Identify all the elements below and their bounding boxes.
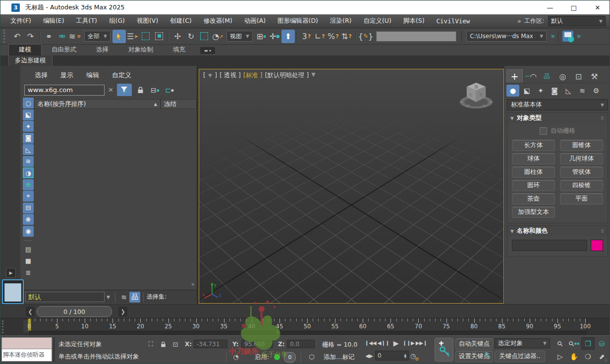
bind-to-spacewarp-icon[interactable]: ≋⚬ xyxy=(69,30,82,43)
menu-rendering[interactable]: 渲染(R) xyxy=(324,17,357,25)
z-coordinate-field[interactable]: 0.0 xyxy=(287,340,315,348)
systems-category-icon[interactable]: ⚙ xyxy=(590,85,603,97)
object-color-swatch[interactable] xyxy=(591,240,603,251)
shapes-category-icon[interactable]: ⬕ xyxy=(520,85,533,97)
viewport-general-menu[interactable]: [ + ] xyxy=(203,71,217,80)
menu-edit[interactable]: 编辑(E) xyxy=(37,17,70,25)
menu-tools[interactable]: 工具(T) xyxy=(70,17,103,25)
menu-file[interactable]: 文件(F) xyxy=(4,17,37,25)
isolate-selection-icon[interactable]: ⛶ xyxy=(146,340,156,349)
object-name-input[interactable] xyxy=(512,240,587,251)
geosphere-button[interactable]: 几何球体 xyxy=(560,153,603,164)
trackbar-grip[interactable] xyxy=(2,320,6,333)
minimize-button[interactable]: — xyxy=(538,0,562,14)
set-keys-button[interactable] xyxy=(435,338,453,362)
select-and-scale-icon[interactable] xyxy=(198,30,211,43)
display-bones-icon[interactable]: ⌖ xyxy=(23,191,34,202)
display-spacewarps-icon[interactable]: ≋ xyxy=(23,156,34,167)
window-crossing-icon[interactable] xyxy=(153,30,166,43)
viewport-standard-menu[interactable]: [标准 ] xyxy=(243,71,263,80)
torus-button[interactable]: 圆环 xyxy=(512,180,555,191)
name-color-rollout-header[interactable]: ▼ 名称和颜色 ⠿ xyxy=(507,226,608,236)
go-to-end-icon[interactable]: ▶▶❙ xyxy=(416,338,428,348)
cameras-category-icon[interactable]: ◙ xyxy=(548,85,561,97)
menu-views[interactable]: 视图(V) xyxy=(131,17,164,25)
menu-civilview[interactable]: CivilView xyxy=(431,17,476,25)
selection-lock-icon[interactable] xyxy=(158,340,168,349)
explorer-menu-display[interactable]: 显示 xyxy=(56,71,78,80)
motion-tab-icon[interactable]: ◎ xyxy=(555,70,570,83)
add-time-tag[interactable]: 添加…标记 xyxy=(324,353,355,362)
select-and-rotate-icon[interactable]: ↻ xyxy=(184,30,198,43)
use-pivot-center-icon[interactable]: ⊞▪ xyxy=(255,30,268,43)
menu-group[interactable]: 组(G) xyxy=(103,17,131,25)
layers-icon[interactable]: ≋ xyxy=(118,292,129,303)
geometry-category-icon[interactable]: ● xyxy=(506,85,519,97)
display-visibility-icon[interactable]: ◉ xyxy=(23,226,34,237)
lock-icon[interactable] xyxy=(135,85,146,96)
key-filters-button[interactable]: 关键点过滤器.. xyxy=(495,351,545,362)
listener-macro-line[interactable] xyxy=(1,337,52,349)
workspace-dropdown[interactable]: 默认 ▼ xyxy=(548,16,606,26)
list-view-icon[interactable]: ▤ xyxy=(23,244,34,255)
explorer-overflow-icon[interactable]: » xyxy=(191,281,194,288)
explorer-menu-customize[interactable]: 自定义 xyxy=(108,71,136,80)
ribbon-tab-freeform[interactable]: 自由形式 xyxy=(42,45,86,55)
utilities-tab-icon[interactable]: ⚒ xyxy=(587,70,602,83)
hierarchy-tab-icon[interactable]: 品 xyxy=(539,70,555,83)
lights-category-icon[interactable]: ✦ xyxy=(534,85,547,97)
select-and-manipulate-icon[interactable]: ✛● xyxy=(268,30,281,43)
keyboard-override-icon[interactable]: ⬆ xyxy=(281,30,295,43)
absolute-mode-icon[interactable]: ⊡ xyxy=(170,340,180,349)
viewport-pov-menu[interactable]: [ 透视 ] xyxy=(220,71,241,80)
menu-modifiers[interactable]: 修改器(M) xyxy=(198,17,238,25)
go-to-start-icon[interactable]: ❙◀◀ xyxy=(365,338,377,348)
link-icon[interactable]: ⚭ xyxy=(42,30,55,43)
undo-icon[interactable]: ↶ xyxy=(10,30,24,43)
menu-animation[interactable]: 动画(A) xyxy=(238,17,272,25)
next-frame-arrow[interactable]: ❯ xyxy=(118,307,127,316)
display-shapes-icon[interactable]: ⬕ xyxy=(23,109,34,120)
next-frame-icon[interactable]: ❙❙▶ xyxy=(402,338,414,348)
named-selection-input[interactable] xyxy=(376,31,456,42)
sphere-button[interactable]: 球体 xyxy=(512,153,555,164)
select-object-icon[interactable] xyxy=(112,30,126,43)
time-configuration-icon[interactable]: ◷⚙ xyxy=(410,352,416,360)
orbit-icon[interactable]: ❍ xyxy=(581,350,595,363)
zoom-icon[interactable]: ⚲ xyxy=(554,337,567,350)
viewport-filter-icon[interactable]: ▼ xyxy=(311,71,315,80)
ribbon-tab-populate[interactable]: 填充 xyxy=(163,45,195,55)
autogrid-checkbox[interactable] xyxy=(540,127,547,135)
zoom-all-icon[interactable]: ⚲▪▪ xyxy=(567,337,581,350)
detail-view-icon[interactable]: ≣ xyxy=(23,267,34,278)
display-xrefs-icon[interactable]: ⊕ xyxy=(23,179,34,190)
display-geometry-icon[interactable]: ○ xyxy=(23,98,34,108)
toolbar-overflow2-icon[interactable]: » xyxy=(576,32,580,41)
plane-button[interactable]: 平面 xyxy=(560,193,603,205)
maximize-button[interactable]: □ xyxy=(562,0,586,14)
hierarchy-view-icon[interactable]: ⊟▪ xyxy=(150,85,161,96)
explorer-menu-select[interactable]: 选择 xyxy=(30,71,52,80)
selected-filter-dropdown[interactable]: 选定对象 ▼ xyxy=(495,338,550,348)
select-and-place-icon[interactable]: ◔➚ xyxy=(211,30,224,43)
panel-expand-button[interactable]: ▶ xyxy=(6,268,16,278)
schematic-view-icon[interactable]: 品 xyxy=(129,292,140,303)
explorer-search-input[interactable] xyxy=(24,85,105,96)
dependency-view-icon[interactable]: ⊏▪ xyxy=(164,85,175,96)
spacewarps-category-icon[interactable]: ≋ xyxy=(576,85,589,97)
time-slider-handle[interactable]: 0 / 100 xyxy=(37,306,112,317)
progressive-display-icon[interactable]: ◔ xyxy=(231,352,241,361)
display-particles-icon[interactable]: ❋ xyxy=(23,214,34,225)
timeline-ruler[interactable]: 0510152025303540455055606570758085909510… xyxy=(29,318,585,331)
chevron-down-icon[interactable]: ▼ xyxy=(105,292,112,302)
x-coordinate-field[interactable]: -34.731 xyxy=(194,340,227,348)
previous-frame-icon[interactable]: ◀❙❙ xyxy=(378,338,389,348)
previous-frame-arrow[interactable]: ❮ xyxy=(26,307,35,316)
zoom-region-icon[interactable]: ▷ xyxy=(554,350,567,363)
y-coordinate-field[interactable]: 95.688 xyxy=(241,340,273,348)
display-containers-icon[interactable]: ⊟ xyxy=(23,203,34,213)
display-helpers-icon[interactable]: ◺ xyxy=(23,144,34,155)
menu-customize[interactable]: 自定义(U) xyxy=(357,17,397,25)
project-folder-dropdown[interactable]: C:\Users\ww···ds Max 2025 ▼ xyxy=(466,31,547,42)
key-filters-icon[interactable] xyxy=(484,351,492,360)
